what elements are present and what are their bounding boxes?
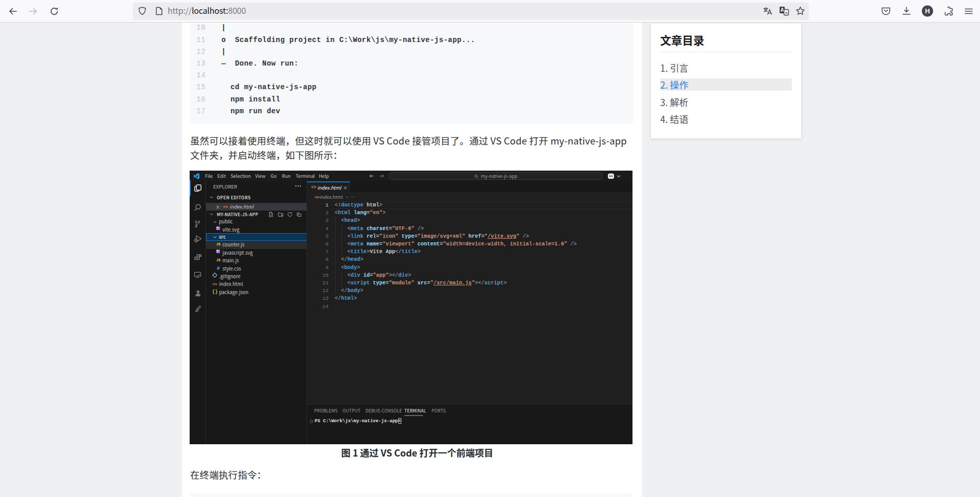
svg-text:H: H bbox=[925, 7, 929, 15]
svg-text:a: a bbox=[785, 10, 788, 15]
svg-text:A: A bbox=[780, 7, 784, 13]
